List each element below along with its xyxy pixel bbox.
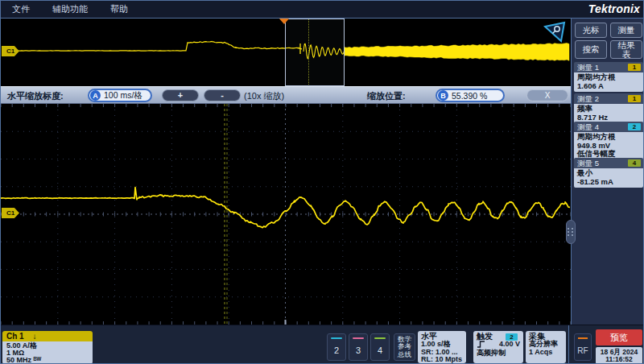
zoom-position-value[interactable]: B 55.390 % — [436, 89, 505, 102]
channel4-button[interactable]: 4 — [370, 333, 390, 361]
measure-button[interactable]: 测量 — [610, 23, 642, 38]
zoom-position-text: 55.390 % — [452, 91, 487, 101]
zoom-factor-label: (10x 缩放) — [244, 90, 284, 102]
channel2-color-stripe — [331, 337, 342, 339]
results-table-button[interactable]: 结果表 — [610, 40, 642, 59]
horizontal-panel[interactable]: 水平 1.00 s/格SR: 1.00 ...RL: 10 Mpts — [418, 331, 466, 363]
measurement-5-title: 测量 5 — [577, 159, 599, 168]
zoom-scale-value[interactable]: A 100 ms/格 — [88, 89, 152, 102]
measurement-badge-4[interactable]: 测量 4 2 周期均方根949.8 mV低信号幅度 — [574, 122, 643, 160]
results-sidebar: 光标 测量 搜索 结果表 测量 1 1 周期均方根1.606 A 测量 2 1 … — [571, 19, 644, 364]
trigger-coupling: 高频抑制 — [477, 350, 520, 358]
channel1-settings: 5.00 A/格1 MΩ50 MHz ᴮᵂ — [2, 341, 93, 364]
zoom-scale-label: 水平缩放标度: — [7, 90, 64, 102]
cursor-button[interactable]: 光标 — [575, 23, 607, 38]
measurement-5-source-badge: 4 — [628, 159, 641, 167]
zoom-control-bar: 水平缩放标度: A 100 ms/格 + - (10x 缩放) 缩放位置: B … — [1, 86, 571, 104]
measurement-badge-1[interactable]: 测量 1 1 周期均方根1.606 A — [574, 62, 643, 92]
channel1-position-arrow-icon: ↓ — [32, 332, 36, 341]
trigger-marker-icon[interactable] — [279, 19, 290, 24]
measurement-5-values: 最小-81.25 mA — [574, 168, 643, 188]
knob-b-icon: B — [438, 90, 448, 101]
time-text: 11:16:52 — [596, 356, 642, 363]
settings-bar: Ch 1 ↓ 5.00 A/格1 MΩ50 MHz ᴮᵂ 2 3 4 数学参考总… — [1, 325, 644, 364]
zoom-close-button[interactable]: X — [526, 89, 568, 101]
acquisition-panel[interactable]: 采集 高分辨率1 Acqs — [526, 331, 566, 363]
math-ref-bus-button[interactable]: 数学参考总线 — [394, 333, 415, 361]
tektronix-logo: Tektronix — [588, 2, 640, 15]
horizontal-settings: 1.00 s/格SR: 1.00 ...RL: 10 Mpts — [421, 341, 463, 364]
oscilloscope-screen: 文件 辅助功能 帮助 Tektronix C1 水平缩放标度: A 100 ms… — [0, 0, 644, 364]
measurement-1-source-badge: 1 — [628, 64, 641, 71]
menu-help[interactable]: 帮助 — [99, 3, 139, 15]
measurement-4-values: 周期均方根949.8 mV低信号幅度 — [574, 132, 643, 160]
channel1-badge[interactable]: Ch 1 ↓ 5.00 A/格1 MΩ50 MHz ᴮᵂ — [2, 331, 93, 364]
zoom-window-box[interactable] — [285, 19, 345, 86]
measurement-4-source-badge: 2 — [628, 123, 641, 130]
channel1-title: Ch 1 — [6, 332, 24, 341]
channel4-color-stripe — [374, 337, 386, 339]
knob-a-icon: A — [90, 90, 101, 101]
channel2-button[interactable]: 2 — [327, 333, 346, 361]
trigger-level: 4.00 V — [499, 341, 520, 349]
overview-window: C1 — [1, 19, 571, 86]
zoom-scale-text: 100 ms/格 — [104, 90, 142, 101]
channel3-button[interactable]: 3 — [349, 333, 368, 361]
measurement-badge-2[interactable]: 测量 2 1 频率8.717 Hz — [574, 93, 643, 123]
zoom-scale-decrease-button[interactable]: - — [204, 89, 241, 101]
menu-utility[interactable]: 辅助功能 — [41, 3, 99, 15]
channel3-color-stripe — [353, 337, 364, 339]
measurement-4-title: 测量 4 — [577, 122, 599, 131]
zoom-overview-icon[interactable] — [543, 21, 566, 43]
sidebar-drag-handle[interactable] — [566, 220, 576, 244]
menu-bar: 文件 辅助功能 帮助 Tektronix — [1, 1, 644, 19]
measurement-1-values: 周期均方根1.606 A — [574, 72, 643, 92]
rf-color-stripe — [578, 337, 588, 339]
trigger-title: 触发 — [477, 332, 493, 341]
measurement-badge-5[interactable]: 测量 5 4 最小-81.25 mA — [574, 158, 643, 188]
rising-edge-icon — [477, 341, 485, 348]
measurement-2-values: 频率8.717 Hz — [574, 104, 643, 123]
bottom-bar-divider — [568, 325, 569, 364]
search-button[interactable]: 搜索 — [575, 40, 607, 59]
waveform-column: C1 水平缩放标度: A 100 ms/格 + - (10x 缩放) 缩放位置:… — [1, 19, 571, 364]
menu-file[interactable]: 文件 — [1, 3, 41, 15]
datetime-display: 18 6月 2024 11:16:52 — [596, 347, 642, 364]
main-waveform — [1, 104, 571, 325]
trigger-source-badge: 2 — [506, 333, 518, 341]
main-graticule: C1 — [1, 104, 571, 325]
trigger-panel[interactable]: 触发 2 4.00 V 高频抑制 — [473, 331, 523, 363]
acquisition-settings: 高分辨率1 Acqs — [529, 341, 563, 356]
rf-button[interactable]: RF — [574, 333, 592, 361]
measurement-1-title: 测量 1 — [577, 63, 599, 72]
measurement-2-source-badge: 1 — [628, 95, 641, 102]
zoom-position-label: 缩放位置: — [367, 90, 406, 102]
preview-button[interactable]: 预览 — [596, 329, 642, 345]
zoom-scale-increase-button[interactable]: + — [162, 89, 199, 101]
measurement-2-title: 测量 2 — [577, 94, 599, 103]
